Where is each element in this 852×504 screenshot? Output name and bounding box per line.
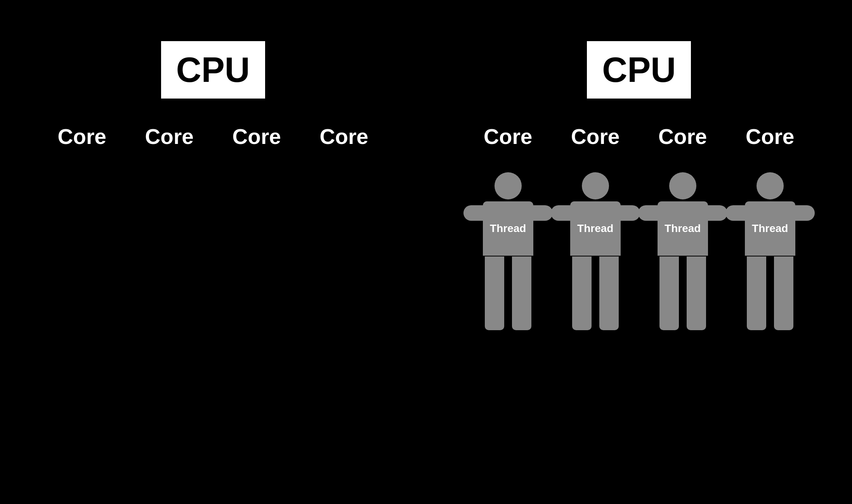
thread-figure-0: Thread — [473, 172, 543, 330]
thread-leg-left-2 — [659, 256, 679, 330]
right-core-0: Core — [473, 124, 543, 149]
thread-label-1: Thread — [577, 222, 613, 235]
thread-body-0: Thread — [483, 201, 533, 330]
thread-leg-right-0 — [512, 256, 531, 330]
thread-label-0: Thread — [490, 222, 526, 235]
left-cpu-group: CPU Core Core Core Core — [38, 39, 388, 172]
thread-arms-0 — [463, 205, 553, 221]
thread-body-1: Thread — [570, 201, 621, 330]
left-core-0: Core — [47, 124, 117, 149]
thread-figure-3: Thread — [735, 172, 805, 330]
thread-head-2 — [669, 172, 696, 199]
thread-head-3 — [757, 172, 784, 199]
thread-label-3: Thread — [752, 222, 788, 235]
thread-leg-left-3 — [747, 256, 766, 330]
thread-head-0 — [495, 172, 522, 199]
thread-leg-left-1 — [572, 256, 592, 330]
thread-leg-left-0 — [485, 256, 504, 330]
left-core-2: Core — [222, 124, 292, 149]
thread-body-2: Thread — [658, 201, 708, 330]
thread-leg-right-2 — [687, 256, 706, 330]
main-scene: CPU Core Core Core Core CPU Core Core Co… — [0, 0, 852, 504]
right-threads-row: Thread Thread — [464, 172, 814, 330]
right-cpu-label: CPU — [585, 39, 693, 101]
right-cpu-group: CPU Core Core Core Core Thread — [464, 39, 814, 330]
thread-head-1 — [582, 172, 609, 199]
left-cpu-label: CPU — [159, 39, 267, 101]
thread-body-3: Thread — [745, 201, 795, 330]
left-core-1: Core — [134, 124, 204, 149]
right-core-3: Core — [735, 124, 805, 149]
right-cores-row: Core Core Core Core — [464, 124, 814, 149]
right-core-1: Core — [560, 124, 630, 149]
left-cores-row: Core Core Core Core — [38, 124, 388, 149]
left-core-3: Core — [309, 124, 379, 149]
thread-legs-1 — [572, 256, 619, 330]
thread-leg-right-1 — [599, 256, 619, 330]
thread-arms-1 — [551, 205, 640, 221]
right-core-2: Core — [648, 124, 718, 149]
thread-arms-2 — [638, 205, 727, 221]
thread-figure-1: Thread — [560, 172, 630, 330]
thread-legs-2 — [659, 256, 706, 330]
thread-arms-3 — [725, 205, 815, 221]
thread-figure-2: Thread — [648, 172, 718, 330]
thread-legs-3 — [747, 256, 793, 330]
thread-legs-0 — [485, 256, 531, 330]
thread-label-2: Thread — [665, 222, 701, 235]
thread-leg-right-3 — [774, 256, 793, 330]
